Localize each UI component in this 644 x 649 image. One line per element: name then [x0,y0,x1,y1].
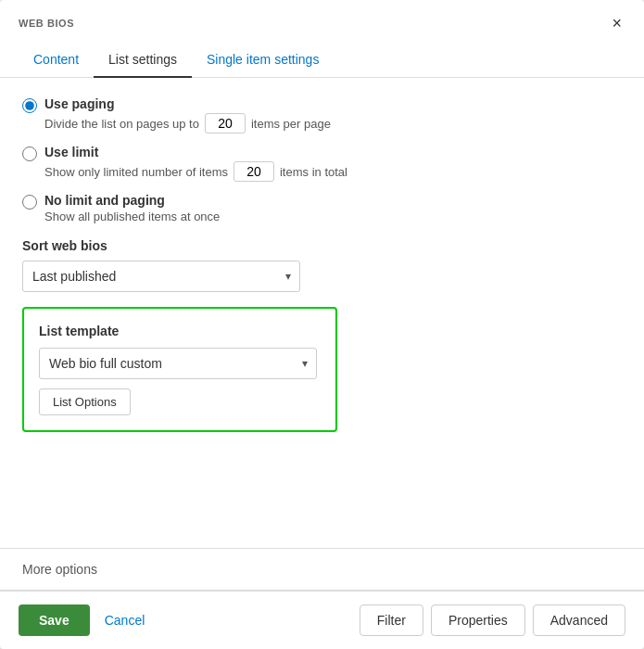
radio-use-limit-input[interactable] [22,146,37,161]
radio-no-limit-desc: Show all published items at once [44,210,220,223]
radio-no-limit-title: No limit and paging [44,193,220,208]
list-template-box: List template Web bio full custom Web bi… [22,307,337,432]
list-template-select-wrapper: Web bio full custom Web bio compact Web … [39,348,317,379]
radio-no-limit-label[interactable]: No limit and paging Show all published i… [44,193,220,223]
radio-use-paging-label[interactable]: Use paging Divide the list on pages up t… [44,96,331,134]
radio-use-limit: Use limit Show only limited number of it… [22,145,622,182]
cancel-button[interactable]: Cancel [101,604,149,636]
tab-list-settings[interactable]: List settings [94,43,192,78]
footer-right-actions: Filter Properties Advanced [360,604,625,636]
list-options-button[interactable]: List Options [39,388,131,415]
limit-items-input[interactable] [234,161,274,182]
sort-section-label: Sort web bios [22,238,622,253]
radio-use-limit-title: Use limit [44,145,347,159]
radio-use-paging-input[interactable] [22,98,37,113]
dialog-title: WEB BIOS [19,18,74,29]
tab-single-item-settings[interactable]: Single item settings [192,43,334,78]
more-options-label: More options [0,549,644,590]
radio-use-limit-label[interactable]: Use limit Show only limited number of it… [44,145,347,182]
filter-button[interactable]: Filter [360,604,423,636]
radio-no-limit: No limit and paging Show all published i… [22,193,622,223]
dialog: WEB BIOS × Content List settings Single … [0,0,644,649]
advanced-button[interactable]: Advanced [533,604,625,636]
radio-no-limit-input[interactable] [22,195,37,210]
tab-content-area: Use paging Divide the list on pages up t… [0,78,644,548]
save-button[interactable]: Save [19,604,90,636]
paging-items-input[interactable] [205,113,246,134]
dialog-header: WEB BIOS × [0,0,644,32]
tabs-bar: Content List settings Single item settin… [0,43,644,78]
radio-use-paging: Use paging Divide the list on pages up t… [22,96,622,134]
sort-select-wrapper: Last published First published Alphabeti… [22,261,300,292]
close-button[interactable]: × [608,15,625,32]
list-template-select[interactable]: Web bio full custom Web bio compact Web … [39,348,317,379]
list-template-label: List template [39,324,321,338]
tab-content[interactable]: Content [19,43,94,78]
footer: Save Cancel Filter Properties Advanced [0,591,644,649]
radio-use-paging-desc: Divide the list on pages up to items per… [44,113,331,134]
radio-use-paging-title: Use paging [44,96,331,111]
sort-select[interactable]: Last published First published Alphabeti… [22,261,300,292]
radio-use-limit-desc: Show only limited number of items items … [44,161,347,182]
properties-button[interactable]: Properties [431,604,525,636]
